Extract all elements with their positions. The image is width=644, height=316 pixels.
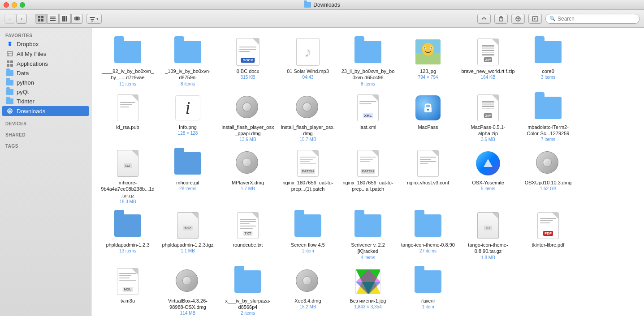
- file-meta: 8 items: [181, 81, 195, 86]
- file-meta: 15.7 MB: [299, 137, 316, 142]
- list-item[interactable]: TXT roundcube.txt: [219, 209, 277, 263]
- file-name: tv.m3u: [121, 298, 135, 304]
- sidebar-label-pyqt: pyQt: [17, 89, 29, 95]
- list-item[interactable]: Xee3.4.dmg 18.2 MB: [279, 265, 337, 316]
- list-item[interactable]: PATCH nginx_1807656_uat-to-prep...all.pa…: [339, 146, 397, 207]
- edit-button[interactable]: [511, 14, 525, 24]
- list-item[interactable]: MacPass: [399, 91, 457, 145]
- file-meta: 04:43: [302, 75, 313, 80]
- list-item[interactable]: 23_ii_by_bo0xvn_by_bo0xvn-d65oc96 8 item…: [339, 35, 397, 89]
- svg-line-20: [483, 17, 484, 19]
- file-name: MacPass: [418, 124, 438, 130]
- list-item[interactable]: i Info.png 128 × 128: [159, 91, 217, 145]
- sidebar-label-python: python: [17, 79, 34, 86]
- list-item[interactable]: ZIP brave_new_world.rt f.zip 164 KB: [459, 35, 517, 89]
- back-button[interactable]: ‹: [4, 14, 15, 24]
- list-item[interactable]: ____92_iv_by_bo0xvn_by_....-d7z9vae 11 i…: [99, 35, 157, 89]
- file-name: VirtualBox-4.3.26-98988-OSX.dmg: [161, 298, 215, 311]
- forward-button[interactable]: ›: [16, 14, 27, 24]
- list-item[interactable]: TGZ phpldapadmin-1.2.3.tgz 1.1 MB: [159, 209, 217, 263]
- main-layout: Favorites Dropbox All My Files: [0, 28, 644, 316]
- file-name: install_flash_player_osx_ppapi.dmg: [221, 124, 275, 137]
- maximize-button[interactable]: [20, 2, 25, 8]
- dmg-icon: [536, 151, 560, 175]
- list-item[interactable]: PATCH nginx_1807656_uat-to-prep...(1).pa…: [279, 146, 337, 207]
- sidebar-item-data[interactable]: Data: [2, 68, 89, 78]
- file-name: ____92_iv_by_bo0xvn_by_....-d7z9vae: [101, 68, 155, 81]
- nav-buttons: ‹ ›: [4, 14, 27, 24]
- list-item[interactable]: VirtualBox-4.3.26-98988-OSX.dmg 114 MB: [159, 265, 217, 316]
- list-item[interactable]: core0 3 items: [519, 35, 577, 89]
- list-item[interactable]: phpldapadmin-1.2.3 13 items: [99, 209, 157, 263]
- file-name: nginx_1807656_uat-to-prep...all.patch: [341, 179, 395, 192]
- list-item[interactable]: mbadolato-iTerm2-Color-Sc...1279259 7 it…: [519, 91, 577, 145]
- svg-rect-5: [50, 18, 56, 19]
- title-folder-icon: [304, 2, 311, 8]
- file-name: ґакслі: [421, 298, 435, 304]
- file-name: nginx_1807656_uat-to-prep...(1).patch: [281, 179, 335, 192]
- list-item[interactable]: MPlayerX.dmg 1.7 MB: [219, 146, 277, 207]
- sidebar-item-downloads[interactable]: Downloads: [2, 106, 89, 116]
- file-meta: 13 items: [119, 248, 136, 253]
- view-coverflow-button[interactable]: [71, 14, 83, 24]
- folder-icon: [415, 270, 441, 293]
- sidebar-label-applications: Applications: [17, 60, 48, 67]
- content-area: ____92_iv_by_bo0xvn_by_....-d7z9vae 11 i…: [91, 28, 644, 316]
- list-item[interactable]: GZ mhcore-9b4a4a7ee08b238b...1d.tar.gz 1…: [99, 146, 157, 207]
- view-icon-button[interactable]: [35, 14, 47, 24]
- file-name: nginx.vhost.v3.conf: [407, 179, 449, 186]
- minimize-button[interactable]: [12, 2, 17, 8]
- list-item[interactable]: PDF tkinter-libre.pdf: [519, 209, 577, 263]
- list-item[interactable]: 123.jpg 794 × 794: [399, 35, 457, 89]
- svg-rect-15: [91, 19, 94, 20]
- folder-icon: [6, 89, 13, 95]
- file-name: Info.png: [179, 124, 197, 130]
- sidebar-item-pyqt[interactable]: pyQt: [2, 87, 89, 97]
- list-item[interactable]: x___iv_by_slurpaza-d8566p4 2 items: [219, 265, 277, 316]
- list-item[interactable]: Без имени-1.jpg 1,843 × 3,354: [339, 265, 397, 316]
- music-icon: ♪: [296, 38, 320, 66]
- file-name: id_rsa.pub: [116, 124, 139, 130]
- share-button[interactable]: [494, 14, 508, 24]
- list-item[interactable]: _109_iv_by_bo0xvn-d8759ni 8 items: [159, 35, 217, 89]
- list-item[interactable]: install_flash_player_osx.dmg 15.7 MB: [279, 91, 337, 145]
- file-name: mhcore-9b4a4a7ee08b238b...1d.tar.gz: [101, 179, 155, 199]
- list-item[interactable]: GZ tango-icon-theme-0.8.90.tar.gz 1.8 MB: [459, 209, 517, 263]
- file-meta: 27 items: [419, 248, 437, 253]
- slideshow-button[interactable]: [528, 14, 542, 24]
- dmg-icon: [236, 96, 260, 120]
- list-item[interactable]: tango-icon-theme-0.8.90 27 items: [399, 209, 457, 263]
- sidebar-item-applications[interactable]: Applications: [2, 59, 89, 68]
- action-button[interactable]: [477, 14, 491, 24]
- list-item[interactable]: XML last.xml: [339, 91, 397, 145]
- svg-rect-31: [7, 60, 9, 63]
- applications-icon: [6, 60, 13, 67]
- list-item[interactable]: install_flash_player_osx_ppapi.dmg 13.6 …: [219, 91, 277, 145]
- sidebar-item-python[interactable]: python: [2, 78, 89, 87]
- search-box[interactable]: 🔍: [545, 14, 640, 24]
- list-item[interactable]: Scrivener v. 2.2 [K]racked 4 items: [339, 209, 397, 263]
- sidebar-item-all-my-files[interactable]: All My Files: [2, 49, 89, 59]
- file-meta: 1.8 MB: [481, 255, 495, 260]
- list-item[interactable]: mhcore.git 28 items: [159, 146, 217, 207]
- list-item[interactable]: M3U tv.m3u: [99, 265, 157, 316]
- sidebar-label-data: Data: [17, 70, 29, 77]
- search-input[interactable]: [558, 16, 635, 22]
- list-item[interactable]: OSXUpd10.10.3.dmg 1.52 GB: [519, 146, 577, 207]
- view-columns-button[interactable]: [59, 14, 71, 24]
- list-item[interactable]: OSX-Yosemite 5 items: [459, 146, 517, 207]
- list-item[interactable]: ♪ 01 Solar Wind.mp3 04:43: [279, 35, 337, 89]
- file-name: 23_ii_by_bo0xvn_by_bo0xvn-d65oc96: [341, 68, 395, 81]
- view-list-button[interactable]: [47, 14, 59, 24]
- list-item[interactable]: id_rsa.pub: [99, 91, 157, 145]
- sidebar-item-dropbox[interactable]: Dropbox: [2, 39, 89, 49]
- file-grid: ____92_iv_by_bo0xvn_by_....-d7z9vae 11 i…: [99, 35, 637, 316]
- list-item[interactable]: ґакслі 1 item: [399, 265, 457, 316]
- arrange-button[interactable]: ▾: [86, 14, 102, 24]
- list-item[interactable]: Screen flow 4.5 1 item: [279, 209, 337, 263]
- list-item[interactable]: DOCX 0 BC.docx 315 KB: [219, 35, 277, 89]
- list-item[interactable]: ZIP MacPass-0.5.1-alpha.zip 3.6 MB: [459, 91, 517, 145]
- close-button[interactable]: [4, 2, 9, 8]
- list-item[interactable]: nginx.vhost.v3.conf: [399, 146, 457, 207]
- sidebar-item-tkinter[interactable]: Tkinter: [2, 97, 89, 106]
